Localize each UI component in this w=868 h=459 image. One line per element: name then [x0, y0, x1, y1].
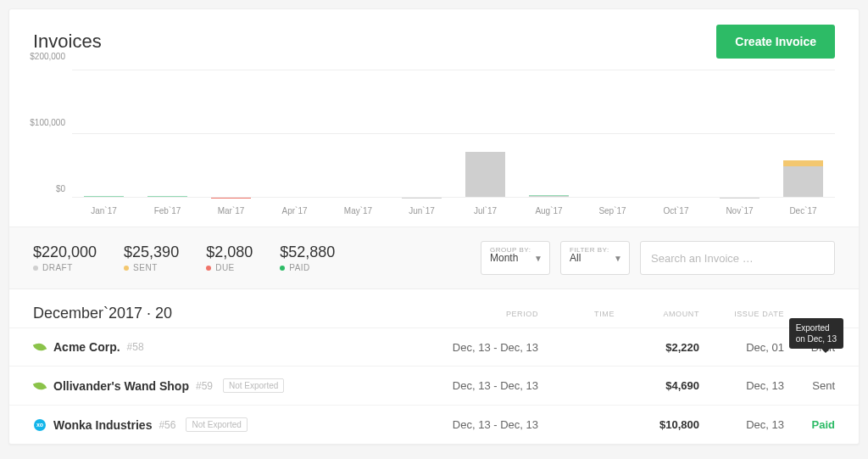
export-tag: Not Exported [223, 378, 284, 393]
invoice-row[interactable]: xoWonka Industries#56Not ExportedDec, 13… [9, 405, 859, 444]
col-period: PERIOD [411, 310, 538, 318]
x-tick-label: May`17 [326, 201, 390, 218]
cell-issue: Dec, 13 [699, 379, 784, 392]
chart-bar[interactable] [199, 70, 263, 198]
invoice-chart: $0$100,000$200,000 Jan`17Feb`17Mar`17Apr… [9, 65, 859, 227]
cell-status: Paid [784, 418, 835, 431]
client-name: Ollivander's Wand Shop [53, 379, 189, 393]
x-tick-label: Nov`17 [708, 201, 771, 218]
client-name: Acme Corp. [53, 340, 120, 354]
invoice-number: #58 [127, 341, 144, 353]
total-draft: $220,000DRAFT [33, 243, 97, 272]
chevron-down-icon: ▼ [534, 254, 542, 263]
cell-amount: $2,220 [615, 341, 699, 354]
y-tick-label: $100,000 [30, 118, 65, 127]
chart-bar[interactable] [390, 70, 453, 198]
page-title: Invoices [33, 31, 102, 53]
total-value: $2,080 [206, 243, 253, 261]
filter-by-select[interactable]: FILTER BY: All ▼ [560, 241, 630, 275]
total-value: $25,390 [124, 243, 179, 261]
chart-bar[interactable] [517, 70, 581, 198]
chart-bar[interactable] [136, 70, 199, 198]
total-sent: $25,390SENT [124, 243, 179, 272]
total-label: SENT [124, 263, 179, 272]
search-input[interactable] [640, 241, 835, 275]
client-name: Wonka Industries [53, 418, 152, 432]
total-value: $52,880 [280, 243, 335, 261]
y-tick-label: $0 [56, 184, 65, 193]
table-header: December`2017 · 20 PERIOD TIME AMOUNT IS… [9, 289, 859, 327]
export-tooltip: Exportedon Dec, 13 [789, 318, 843, 349]
col-time: TIME [538, 310, 615, 318]
invoice-number: #59 [196, 380, 213, 392]
x-tick-label: Sep`17 [581, 201, 644, 218]
cell-amount: $10,800 [615, 418, 699, 431]
cell-period: Dec, 13 - Dec, 13 [411, 341, 538, 354]
chart-bar[interactable] [263, 70, 326, 198]
x-tick-label: Dec`17 [771, 201, 835, 218]
total-value: $220,000 [33, 243, 97, 261]
col-issue: ISSUE DATE [699, 310, 784, 318]
x-tick-label: Oct`17 [644, 201, 708, 218]
chart-bar[interactable] [771, 70, 835, 198]
invoices-card: Invoices Create Invoice $0$100,000$200,0… [8, 8, 860, 445]
x-tick-label: Mar`17 [199, 201, 263, 218]
total-label: PAID [280, 263, 335, 272]
create-invoice-button[interactable]: Create Invoice [716, 25, 835, 59]
cell-period: Dec, 13 - Dec, 13 [411, 379, 538, 392]
status-dot-icon [33, 266, 38, 271]
cell-issue: Dec, 01 [699, 341, 784, 354]
invoice-row[interactable]: Ollivander's Wand Shop#59Not ExportedDec… [9, 366, 859, 405]
x-tick-label: Apr`17 [263, 201, 326, 218]
total-due: $2,080DUE [206, 243, 253, 272]
chevron-down-icon: ▼ [614, 254, 622, 263]
y-tick-label: $200,000 [30, 52, 65, 61]
chart-bar[interactable] [581, 70, 644, 198]
leaf-icon [33, 342, 47, 352]
cell-period: Dec, 13 - Dec, 13 [411, 418, 538, 431]
x-tick-label: Jul`17 [453, 201, 517, 218]
invoice-number: #56 [159, 419, 175, 431]
chart-bar[interactable] [644, 70, 708, 198]
x-tick-label: Jun`17 [390, 201, 453, 218]
chart-bar[interactable] [708, 70, 771, 198]
summary-band: $220,000DRAFT$25,390SENT$2,080DUE$52,880… [9, 227, 859, 289]
cell-issue: Dec, 13 [699, 418, 784, 431]
xero-icon: xo [33, 420, 47, 430]
status-dot-icon [124, 266, 129, 271]
invoice-row[interactable]: Exportedon Dec, 13Acme Corp.#58Dec, 13 -… [9, 327, 859, 366]
chart-bar[interactable] [72, 70, 136, 198]
total-label: DUE [206, 263, 253, 272]
x-tick-label: Jan`17 [72, 201, 136, 218]
group-by-select[interactable]: GROUP BY: Month ▼ [481, 241, 550, 275]
cell-status: Sent [784, 379, 835, 392]
total-paid: $52,880PAID [280, 243, 335, 272]
total-label: DRAFT [33, 263, 97, 272]
status-dot-icon [280, 266, 285, 271]
group-by-value: Month [490, 252, 518, 264]
filter-by-value: All [570, 252, 581, 264]
status-dot-icon [206, 266, 211, 271]
cell-amount: $4,690 [615, 379, 699, 392]
x-tick-label: Feb`17 [136, 201, 199, 218]
chart-bar[interactable] [453, 70, 517, 198]
leaf-icon [33, 381, 47, 391]
period-title: December`2017 · 20 [33, 305, 411, 322]
export-tag: Not Exported [186, 417, 247, 432]
x-tick-label: Aug`17 [517, 201, 581, 218]
col-amount: AMOUNT [615, 310, 699, 318]
chart-bar[interactable] [326, 70, 390, 198]
header: Invoices Create Invoice [9, 9, 859, 65]
